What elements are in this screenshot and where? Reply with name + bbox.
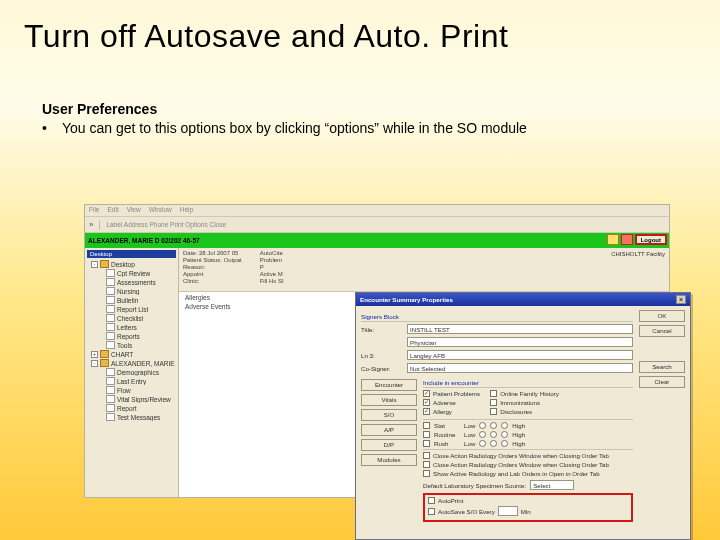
action-checkbox[interactable]: Close Action Radiology Orders Window whe… (423, 461, 633, 468)
tree-node[interactable]: Letters (87, 323, 176, 332)
radio-icon[interactable] (479, 422, 486, 429)
title-input[interactable]: INSTILL TEST (407, 324, 633, 334)
tree-node[interactable]: Report (87, 404, 176, 413)
clear-button[interactable]: Clear (639, 376, 685, 388)
radio-icon[interactable] (501, 431, 508, 438)
tree-node[interactable]: Test Messages (87, 413, 176, 422)
signers-section-label: Signers Block (361, 313, 633, 322)
action-checkbox[interactable]: Close Action Radiology Orders Window whe… (423, 452, 633, 459)
tree-label: Demographics (117, 369, 159, 376)
close-icon[interactable]: × (676, 295, 686, 304)
alert-badge-1[interactable] (607, 234, 619, 245)
autosave-checkbox[interactable]: AutoPrint (428, 497, 628, 504)
slide-subheading: User Preferences (42, 101, 696, 117)
alert-badge-2[interactable] (621, 234, 633, 245)
tree-node[interactable]: Demographics (87, 368, 176, 377)
menu-item[interactable]: Help (180, 206, 193, 215)
facility-label: CHISHOLTT Facility (611, 251, 665, 257)
tree-node[interactable]: Assessments (87, 278, 176, 287)
minutes-input[interactable] (498, 506, 518, 516)
tree-node[interactable]: Report List (87, 305, 176, 314)
tree-node[interactable]: Tools (87, 341, 176, 350)
radio-icon[interactable] (501, 422, 508, 429)
module-button[interactable]: S/O (361, 409, 417, 421)
checkbox-icon[interactable] (428, 497, 435, 504)
checkbox-icon[interactable] (490, 390, 497, 397)
include-checkbox[interactable]: Immunizations (490, 399, 559, 406)
expand-icon[interactable]: - (91, 360, 98, 367)
toolbar-labels[interactable]: Label Address Phone Print Options Close (106, 221, 226, 228)
toolbar-chevron-icon[interactable]: » (89, 220, 93, 229)
role-input[interactable]: Physician (407, 337, 633, 347)
cancel-button[interactable]: Cancel (639, 325, 685, 337)
action-checkbox[interactable]: Show Active Radiology and Lab Orders in … (423, 470, 633, 477)
module-button[interactable]: Modules (361, 454, 417, 466)
checkbox-icon[interactable] (490, 408, 497, 415)
module-button[interactable]: Vitals (361, 394, 417, 406)
radio-icon[interactable] (479, 431, 486, 438)
checkbox-icon[interactable] (423, 440, 430, 447)
tree-node[interactable]: Last Entry (87, 377, 176, 386)
radio-icon[interactable] (490, 431, 497, 438)
tree-node[interactable]: Nursing (87, 287, 176, 296)
document-icon (106, 395, 115, 403)
radio-icon[interactable] (490, 422, 497, 429)
app-screenshot: FileEditViewWindowHelp » Label Address P… (84, 204, 670, 498)
tree-node[interactable]: Checklist (87, 314, 176, 323)
module-button[interactable]: A/P (361, 424, 417, 436)
default-source-select[interactable]: Select (530, 480, 574, 490)
folder-icon (100, 359, 109, 367)
checkbox-icon[interactable] (428, 508, 435, 515)
menu-item[interactable]: View (127, 206, 141, 215)
tree-node[interactable]: -Desktop (87, 260, 176, 269)
tree-label: Last Entry (117, 378, 146, 385)
autosave-checkbox[interactable]: AutoSave S/O EveryMin (428, 506, 628, 516)
tree-label: Reports (117, 333, 140, 340)
folder-icon (100, 260, 109, 268)
checkbox-icon[interactable] (423, 470, 430, 477)
include-checkbox[interactable]: Online Family History (490, 390, 559, 397)
search-button[interactable]: Search (639, 361, 685, 373)
include-section-label: Include in encounter (423, 379, 633, 388)
folder-icon (100, 350, 109, 358)
tree-node[interactable]: Reports (87, 332, 176, 341)
menu-item[interactable]: Edit (107, 206, 118, 215)
module-button[interactable]: D/P (361, 439, 417, 451)
expand-icon[interactable]: + (91, 351, 98, 358)
menu-item[interactable]: Window (149, 206, 172, 215)
checkbox-icon[interactable] (423, 422, 430, 429)
autosave-autoprint-highlight: AutoPrintAutoSave S/O EveryMin (423, 493, 633, 522)
expand-icon[interactable]: - (91, 261, 98, 268)
tree-node[interactable]: +CHART (87, 350, 176, 359)
tree-node[interactable]: Flow (87, 386, 176, 395)
checkbox-icon[interactable] (423, 390, 430, 397)
tree-node[interactable]: Bulletin (87, 296, 176, 305)
radio-icon[interactable] (490, 440, 497, 447)
checkbox-label: Online Family History (500, 390, 559, 397)
location-input[interactable]: Langley AFB (407, 350, 633, 360)
radio-icon[interactable] (479, 440, 486, 447)
info-field: Reason: (183, 264, 242, 270)
checkbox-icon[interactable] (423, 431, 430, 438)
tree-node[interactable]: Vital Signs/Review (87, 395, 176, 404)
tree-label: Letters (117, 324, 137, 331)
cosigner-input[interactable]: Not Selected (407, 363, 633, 373)
module-button[interactable]: Encounter (361, 379, 417, 391)
include-checkbox[interactable]: Disclosures (490, 408, 559, 415)
checkbox-icon[interactable] (423, 461, 430, 468)
include-checkbox[interactable]: Patient Problems (423, 390, 480, 397)
checkbox-icon[interactable] (423, 399, 430, 406)
checkbox-icon[interactable] (423, 408, 430, 415)
tree-node[interactable]: Cpt Review (87, 269, 176, 278)
tree-node[interactable]: -ALEXANDER, MARIE D (87, 359, 176, 368)
include-checkbox[interactable]: Adverse (423, 399, 480, 406)
priority-low: Low (464, 440, 475, 447)
checkbox-icon[interactable] (490, 399, 497, 406)
ok-button[interactable]: OK (639, 310, 685, 322)
radio-icon[interactable] (501, 440, 508, 447)
logout-button[interactable]: Logout (635, 234, 667, 245)
document-icon (106, 332, 115, 340)
include-checkbox[interactable]: Allergy (423, 408, 480, 415)
menu-item[interactable]: File (89, 206, 99, 215)
checkbox-icon[interactable] (423, 452, 430, 459)
